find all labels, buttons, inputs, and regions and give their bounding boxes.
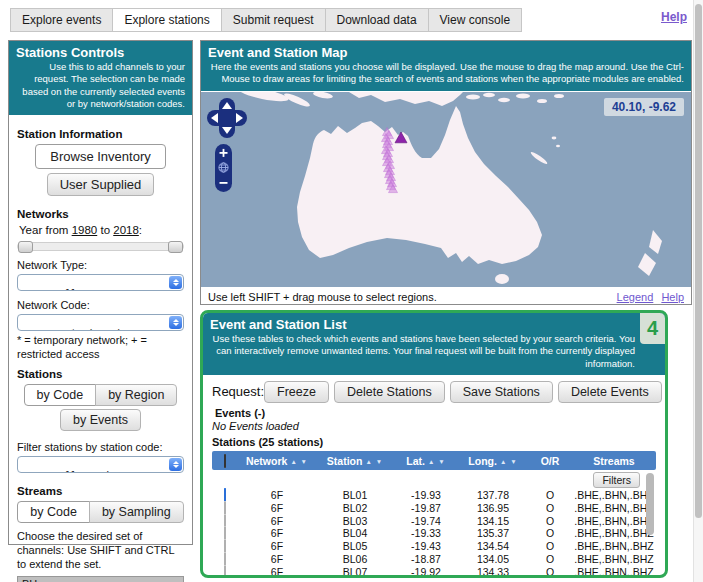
station-row-checkbox[interactable] (224, 501, 226, 515)
cell-or: O (528, 502, 572, 514)
cell-station: BL06 (316, 553, 394, 565)
network-type-select[interactable]: All nets (17, 274, 184, 291)
channels-hint: Choose the desired set of channels: Use … (17, 529, 184, 572)
delete-events-button[interactable]: Delete Events (558, 381, 662, 403)
cell-lat: -18.87 (394, 553, 458, 565)
year-suffix: : (139, 224, 142, 236)
column-header-lat[interactable]: Lat.▲ ▼ (394, 455, 458, 467)
legend-link[interactable]: Legend (617, 291, 654, 303)
year-range-slider[interactable] (17, 242, 184, 251)
tab-explore-stations[interactable]: Explore stations (112, 8, 221, 32)
slider-handle-left[interactable] (18, 241, 33, 253)
year-mid: to (100, 224, 110, 236)
tab-submit-request[interactable]: Submit request (221, 8, 326, 32)
tab-view-console[interactable]: View console (428, 8, 523, 32)
map-help-link[interactable]: Help (661, 291, 684, 303)
cell-network: 6F (238, 527, 316, 539)
user-supplied-button[interactable]: User Supplied (47, 173, 155, 196)
panel-title: Stations Controls (16, 45, 185, 60)
delete-stations-button[interactable]: Delete Stations (334, 381, 445, 403)
cell-or: O (528, 515, 572, 527)
station-row: 6F BL01 -19.93 137.78 O .BHE,.BHN,.BHZ (212, 489, 656, 502)
browse-inventory-button[interactable]: Browse Inventory (35, 144, 165, 169)
tab-explore-events[interactable]: Explore events (10, 8, 113, 32)
events-section-label: Events (-) (215, 407, 656, 419)
cell-or: O (528, 566, 572, 578)
map-footer-hint: Use left SHIFT + drag mouse to select re… (208, 291, 437, 303)
tab-download-data[interactable]: Download data (325, 8, 429, 32)
station-row: 6F BL02 -19.87 136.95 O .BHE,.BHN,.BHZ (212, 502, 656, 515)
network-type-value: All nets (59, 288, 105, 291)
station-row-checkbox[interactable] (224, 577, 226, 578)
event-station-list-panel: 4 Event and Station List Use these table… (200, 310, 668, 578)
save-stations-button[interactable]: Save Stations (450, 381, 553, 403)
cell-long: 137.78 (458, 489, 528, 501)
station-row-checkbox[interactable] (224, 552, 226, 566)
cell-long: 134.54 (458, 540, 528, 552)
stations-controls-header: Stations Controls Use this to add channe… (9, 41, 192, 115)
streams-heading: Streams (17, 485, 184, 497)
station-row: 6F BL07 -19.92 134.33 O .BHE,.BHN,.BHZ (212, 565, 656, 578)
help-link[interactable]: Help (661, 10, 687, 24)
cell-or: O (528, 553, 572, 565)
station-row: 6F BL04 -19.33 135.37 O .BHE,.BHN,.BHZ (212, 527, 656, 540)
cell-station: BL04 (316, 527, 394, 539)
cell-or: O (528, 540, 572, 552)
column-header-station[interactable]: Station▲ ▼ (316, 455, 394, 467)
network-code-note: * = temporary network; + = restricted ac… (17, 334, 184, 362)
sort-icons[interactable]: ▲ ▼ (365, 458, 383, 465)
map-zoom-control[interactable] (215, 144, 232, 192)
column-header-or: O/R (528, 455, 572, 467)
slider-handle-right[interactable] (168, 241, 183, 253)
cell-station: BL07 (316, 566, 394, 578)
stations-controls-panel: Stations Controls Use this to add channe… (8, 40, 193, 545)
stations-by-code-button[interactable]: by Code (24, 384, 97, 406)
page-scrollbar-thumb[interactable] (695, 4, 702, 518)
module-count-badge: 4 (640, 313, 665, 344)
map-pan-control[interactable] (207, 98, 247, 138)
stations-heading: Stations (17, 368, 184, 380)
cell-long: 136.95 (458, 502, 528, 514)
year-range-line: Year from 1980 to 2018: (19, 224, 184, 236)
events-empty-message: No Events loaded (212, 420, 656, 432)
freeze-button[interactable]: Freeze (264, 381, 329, 403)
station-filter-select[interactable]: All Stations (17, 456, 184, 473)
network-type-label: Network Type: (17, 259, 184, 271)
cell-long: 134.15 (458, 515, 528, 527)
station-row-checkbox[interactable] (224, 565, 226, 579)
list-panel-header: Event and Station List Use these tables … (203, 313, 665, 375)
network-code-select[interactable]: 6F* (2008) - BILBY Experiement (17, 314, 184, 331)
cell-long: 134.05 (458, 553, 528, 565)
table-scrollbar-thumb[interactable] (646, 473, 654, 535)
map-panel-header: Event and Station Map Here the events an… (201, 41, 691, 91)
year-from-link[interactable]: 1980 (72, 224, 98, 236)
select-stepper-icon (169, 458, 182, 471)
filters-button[interactable]: Filters (593, 472, 640, 488)
cell-lat: -19.33 (394, 527, 458, 539)
sort-icons[interactable]: ▲ ▼ (428, 458, 446, 465)
sort-icons[interactable]: ▲ ▼ (290, 458, 308, 465)
cell-station: BL02 (316, 502, 394, 514)
streams-by-code-button[interactable]: by Code (17, 501, 90, 523)
network-code-value: 6F* (2008) - BILBY Experiement (59, 328, 184, 331)
table-scrollbar[interactable] (646, 473, 654, 578)
select-all-checkbox[interactable] (224, 454, 226, 468)
select-stepper-icon (169, 276, 182, 289)
channels-listbox[interactable]: BH (17, 576, 184, 582)
channel-option[interactable]: BH (18, 577, 183, 582)
map-canvas[interactable]: 40.10, -9.62 (201, 91, 691, 287)
cell-network: 6F (238, 502, 316, 514)
station-row: 6F BL03 -19.74 134.15 O .BHE,.BHN,.BHZ (212, 514, 656, 527)
cell-streams: .BHE,.BHN,.BHZ (572, 553, 656, 565)
page-scrollbar[interactable] (693, 0, 703, 582)
year-to-link[interactable]: 2018 (113, 224, 139, 236)
sort-icons[interactable]: ▲ ▼ (500, 458, 518, 465)
cell-lat: -19.87 (394, 502, 458, 514)
stations-by-region-button[interactable]: by Region (95, 384, 177, 406)
request-label: Request: (212, 381, 264, 399)
cell-long: 134.33 (458, 566, 528, 578)
streams-by-sampling-button[interactable]: by Sampling (89, 501, 184, 523)
column-header-network[interactable]: Network▲ ▼ (238, 455, 316, 467)
stations-by-events-button[interactable]: by Events (60, 409, 141, 431)
column-header-long[interactable]: Long.▲ ▼ (458, 455, 528, 467)
